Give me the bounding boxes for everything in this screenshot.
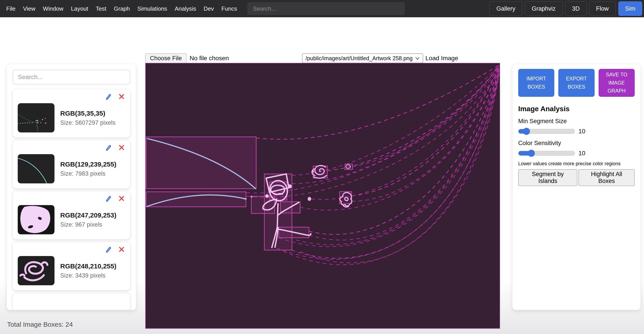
no-file-chosen-label: No file chosen [190,55,229,62]
image-box-item[interactable]: RGB(248,210,255) Size: 3439 pixels [12,242,130,290]
segmentation-boxes [146,137,352,250]
color-sensitivity-slider[interactable] [518,151,575,156]
color-sensitivity-value: 10 [578,150,585,157]
box-color-label: RGB(248,210,255) [60,262,116,270]
image-boxes-sidebar: RGB(35,35,35) Size: 5607297 pixels RGB(1… [7,64,136,310]
image-box-item[interactable]: RGB(129,239,255) Size: 7983 pixels [12,140,130,188]
menu-item-graph[interactable]: Graph [114,5,130,12]
menu-item-test[interactable]: Test [96,5,106,12]
choose-file-button[interactable]: Choose File [145,54,186,63]
menu-item-file[interactable]: File [6,5,16,12]
menu: File View Window Layout Test Graph Simul… [0,5,237,12]
highlight-all-boxes-button[interactable]: Highlight All Boxes [578,169,635,186]
box-color-label: RGB(247,209,253) [60,212,116,219]
edit-pencil-icon[interactable] [105,246,112,253]
image-box-item[interactable]: RGB(35,35,35) Size: 5607297 pixels [12,89,130,138]
thumbnail-image [18,205,54,234]
import-boxes-button[interactable]: IMPORT BOXES [518,69,554,97]
tiny-pink-blob [308,197,311,201]
delete-x-icon[interactable] [118,195,125,202]
edit-pencil-icon[interactable] [105,144,112,151]
box-color-label: RGB(129,239,255) [60,160,116,168]
menu-item-window[interactable]: Window [43,5,63,12]
ear-blob-right [288,184,292,188]
menu-item-funcs[interactable]: Funcs [222,5,237,12]
box-size-label: Size: 967 pixels [60,221,116,228]
chevron-down-icon [415,57,420,60]
3d-button[interactable]: 3D [565,1,587,16]
delete-x-icon[interactable] [118,144,125,151]
image-analysis-heading: Image Analysis [518,105,635,113]
curve-endpoint-dot [244,198,247,200]
thumbnail-image [18,154,54,184]
menu-item-view[interactable]: View [23,5,36,12]
image-box-item-partial[interactable] [12,293,130,310]
sensitivity-note: Lower values create more precise color r… [518,161,635,166]
delete-x-icon[interactable] [118,93,125,100]
min-segment-size-value: 10 [578,128,585,135]
image-path-select[interactable]: /public/images/art/Untitled_Artwork 258.… [302,54,424,63]
gallery-button[interactable]: Gallery [490,1,522,16]
box-corner-dot [250,196,253,198]
save-to-image-graph-button[interactable]: SAVE TO IMAGE GRAPH [598,69,635,97]
graphviz-button[interactable]: Graphviz [525,1,562,16]
file-controls: Choose File No file chosen /public/image… [145,53,501,63]
image-box-item[interactable]: RGB(247,209,253) Size: 967 pixels [12,191,130,240]
scribble-dot [312,170,314,172]
edit-pencil-icon[interactable] [105,93,112,100]
topbar-search-input[interactable] [247,2,404,15]
load-image-button[interactable]: Load Image [426,55,458,62]
image-canvas[interactable] [145,63,500,329]
ear-blob-left [265,194,269,198]
analysis-panel: IMPORT BOXES EXPORT BOXES SAVE TO IMAGE … [512,64,641,310]
thumbnail-image [18,256,54,285]
canvas-art [146,63,500,328]
menu-item-simulations[interactable]: Simulations [137,5,167,12]
box-size-label: Size: 7983 pixels [60,170,116,177]
min-segment-size-slider[interactable] [518,129,575,134]
box-size-label: Size: 5607297 pixels [60,120,116,126]
menu-item-analysis[interactable]: Analysis [175,5,196,12]
menu-item-dev[interactable]: Dev [204,5,214,12]
export-boxes-button[interactable]: EXPORT BOXES [558,69,594,97]
segment-by-islands-button[interactable]: Segment by Islands [518,169,577,186]
box-color-label: RGB(35,35,35) [60,110,116,117]
topbar-nav-buttons: Gallery Graphviz 3D Flow Sim [490,1,644,16]
flow-button[interactable]: Flow [589,1,616,16]
top-menu-bar: File View Window Layout Test Graph Simul… [0,0,644,17]
sidebar-search-input[interactable] [12,70,130,84]
color-sensitivity-label: Color Sensitivity [518,140,635,146]
sim-button[interactable]: Sim [618,1,642,16]
total-image-boxes-label: Total Image Boxes: 24 [7,321,73,328]
delete-x-icon[interactable] [118,246,125,253]
menu-item-layout[interactable]: Layout [71,5,88,12]
min-segment-size-label: Min Segment Size [518,118,635,125]
box-size-label: Size: 3439 pixels [60,272,116,279]
edit-pencil-icon[interactable] [105,195,112,202]
image-path-value: /public/images/art/Untitled_Artwork 258.… [306,55,413,62]
thumbnail-image [18,103,54,132]
